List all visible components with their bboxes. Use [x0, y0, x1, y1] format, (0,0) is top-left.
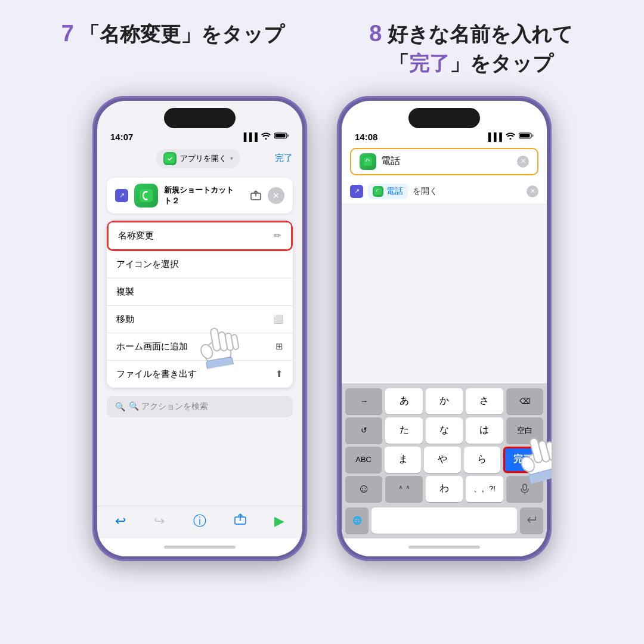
- redo-btn[interactable]: ↪: [154, 513, 165, 529]
- menu-item-rename[interactable]: 名称変更 ✏: [109, 222, 291, 249]
- svg-rect-17: [364, 157, 372, 166]
- shortcuts-app-icon: [163, 152, 177, 165]
- svg-rect-16: [532, 135, 534, 137]
- export-icon: ⬆: [275, 369, 283, 379]
- home-bar-right: [408, 546, 480, 549]
- key-abc[interactable]: ABC: [345, 447, 382, 473]
- shortcut-app-icon: [134, 184, 158, 208]
- home-indicator-right: [342, 538, 547, 556]
- phone-left: 14:07 ▐▐▐: [92, 96, 307, 561]
- action-search-bar[interactable]: 🔍 🔍 アクションを検索: [107, 396, 293, 417]
- action-tag-icon: ↗: [350, 185, 363, 198]
- home-bar-left: [164, 546, 236, 549]
- step-8-highlight: 完了: [409, 52, 450, 75]
- status-bar-left: 14:07 ▐▐▐: [97, 128, 302, 144]
- menu-item-icon[interactable]: アイコンを選択: [107, 251, 293, 278]
- phones-container: 14:07 ▐▐▐: [0, 90, 644, 567]
- wifi-icon-left: [261, 132, 271, 141]
- key-space[interactable]: 空白: [506, 417, 543, 444]
- menu-item-move[interactable]: 移動 ⬜: [107, 306, 293, 333]
- key-ya[interactable]: や: [424, 447, 460, 473]
- menu-item-move-label: 移動: [116, 314, 134, 325]
- menu-item-home-label: ホーム画面に追加: [116, 341, 188, 352]
- info-btn[interactable]: ⓘ: [193, 512, 206, 530]
- chevron-down-icon: ▾: [230, 155, 233, 162]
- share-icon[interactable]: [247, 187, 264, 204]
- menu-item-highlighted-wrapper: 名称変更 ✏: [107, 221, 293, 251]
- key-globe[interactable]: 🌐: [345, 507, 369, 534]
- status-time-left: 14:07: [110, 132, 133, 142]
- step-number-8: 8: [369, 21, 382, 46]
- action-open-text: を開く: [413, 186, 438, 197]
- keyboard-row-1: → あ か さ ⌫: [342, 388, 547, 414]
- dynamic-island-left: [164, 108, 236, 128]
- key-punctuation[interactable]: 、。?!: [466, 476, 503, 502]
- key-a[interactable]: あ: [385, 388, 422, 414]
- keyboard-row-3: ABC ま や ら 完了: [342, 447, 547, 473]
- title-bar-right: 電話 ✕: [342, 144, 547, 179]
- signal-icon-left: ▐▐▐: [241, 132, 258, 141]
- shortcuts-app-selector[interactable]: アプリを開く ▾: [156, 149, 240, 168]
- done-button-left[interactable]: 完了: [275, 153, 293, 164]
- dynamic-island-right: [408, 108, 480, 128]
- key-na[interactable]: な: [426, 417, 463, 444]
- shortcut-name-text: 新規ショートカットト２: [164, 185, 242, 206]
- shortcut-name: 新規ショートカットト２: [164, 185, 242, 206]
- key-spacebar[interactable]: [371, 507, 517, 534]
- key-hatena[interactable]: ＾＾: [385, 476, 422, 502]
- svg-rect-20: [523, 484, 527, 490]
- key-ka[interactable]: か: [426, 388, 463, 414]
- key-mic: [506, 476, 543, 502]
- content-spacer-right: [342, 205, 547, 383]
- search-icon: 🔍: [115, 402, 125, 411]
- menu-item-home[interactable]: ホーム画面に追加 ⊞: [107, 333, 293, 361]
- share-toolbar-btn[interactable]: [234, 513, 246, 529]
- instruction-right: 8 好きな名前を入れて「完了」をタップ: [322, 18, 620, 78]
- menu-item-duplicate-label: 複製: [116, 286, 134, 298]
- app-name-label: アプリを開く: [180, 153, 227, 164]
- svg-rect-3: [165, 154, 175, 163]
- key-ra[interactable]: ら: [464, 447, 500, 473]
- key-return[interactable]: [520, 507, 543, 534]
- key-ha[interactable]: は: [466, 417, 503, 444]
- shortcuts-header: アプリを開く ▾ 完了: [97, 144, 302, 173]
- phone-right: 14:08 ▐▐▐: [337, 96, 552, 561]
- action-chip-phone-icon: [373, 186, 383, 197]
- play-btn[interactable]: ▶: [274, 513, 284, 529]
- instructions-row: 7 「名称変更」をタップ 8 好きな名前を入れて「完了」をタップ: [0, 0, 644, 90]
- key-arrow[interactable]: →: [345, 388, 382, 414]
- title-input-field[interactable]: 電話 ✕: [350, 148, 538, 175]
- menu-item-rename-label: 名称変更: [118, 230, 154, 242]
- battery-icon-right: [519, 132, 534, 141]
- phone-left-screen: 14:07 ▐▐▐: [97, 101, 302, 556]
- step-number-7: 7: [61, 21, 74, 46]
- action-chip-text: 電話: [386, 186, 403, 197]
- menu-item-duplicate[interactable]: 複製: [107, 278, 293, 306]
- key-backspace[interactable]: ⌫: [506, 388, 543, 414]
- key-undo[interactable]: ↺: [345, 417, 382, 444]
- key-kanryo[interactable]: 完了: [503, 447, 543, 473]
- key-wa[interactable]: わ: [426, 476, 463, 502]
- close-shortcut-btn[interactable]: ✕: [268, 187, 284, 204]
- key-ma[interactable]: ま: [385, 447, 421, 473]
- action-phone-chip[interactable]: 電話: [368, 184, 408, 199]
- status-icons-right: ▐▐▐: [485, 132, 534, 141]
- key-ta[interactable]: た: [385, 417, 422, 444]
- svg-rect-1: [275, 134, 286, 138]
- keyboard-bottom-row: 🌐: [342, 505, 547, 538]
- shortcut-actions: ✕: [247, 187, 284, 204]
- key-emoji[interactable]: ☺: [345, 476, 382, 502]
- pencil-icon: ✏: [274, 230, 281, 241]
- menu-item-export[interactable]: ファイルを書き出す ⬆: [107, 361, 293, 388]
- title-input-value: 電話: [381, 155, 400, 168]
- action-close-btn[interactable]: ✕: [527, 185, 538, 197]
- undo-btn[interactable]: ↩: [115, 513, 126, 529]
- key-sa[interactable]: さ: [466, 388, 503, 414]
- menu-item-export-label: ファイルを書き出す: [116, 369, 197, 380]
- context-menu: 名称変更 ✏ アイコンを選択 複製 移動 ⬜ ホーム画面に追加: [107, 221, 293, 388]
- title-close-btn[interactable]: ✕: [517, 156, 529, 168]
- keyboard-row-2: ↺ た な は 空白: [342, 417, 547, 444]
- instruction-left-text: 7 「名称変更」をタップ: [24, 18, 322, 49]
- menu-item-icon-label: アイコンを選択: [116, 259, 179, 270]
- title-left-group: 電話: [360, 153, 400, 170]
